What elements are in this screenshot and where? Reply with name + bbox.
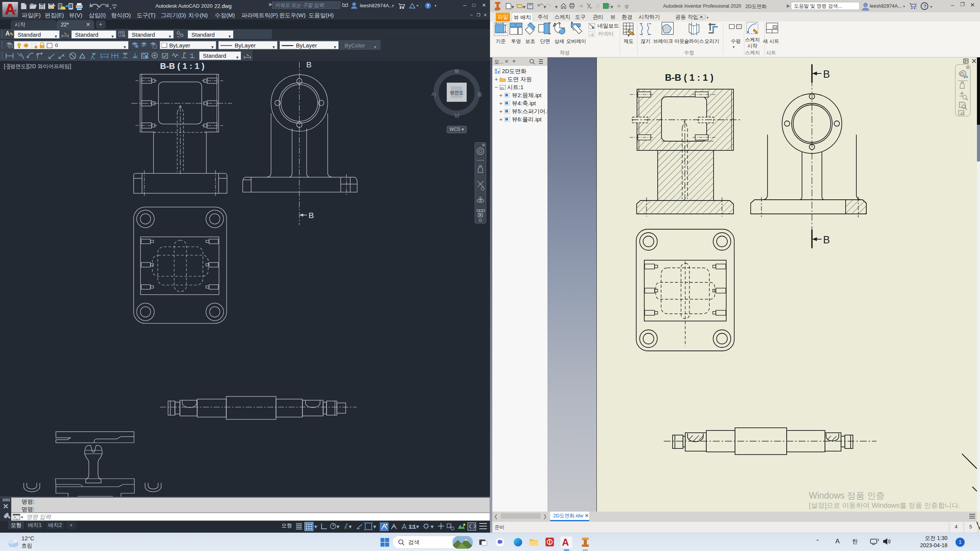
svg-text:작성: 작성: [560, 50, 570, 55]
svg-text:수정: 수정: [684, 50, 694, 55]
svg-text:▾: ▾: [611, 5, 613, 9]
svg-text:오버레이: 오버레이: [566, 38, 586, 44]
svg-text:?: ?: [426, 3, 429, 9]
svg-text:▾: ▾: [416, 3, 418, 8]
svg-text:B-B ( 1 : 1 ): B-B ( 1 : 1 ): [665, 72, 714, 83]
svg-text:▾: ▾: [337, 524, 339, 529]
svg-text:▾: ▾: [431, 524, 433, 529]
svg-text:▾: ▾: [392, 3, 394, 8]
svg-text:▾: ▾: [733, 45, 735, 49]
svg-text:단면: 단면: [540, 38, 550, 44]
svg-text:오리기: 오리기: [704, 38, 719, 44]
svg-text:평면도: 평면도: [450, 90, 464, 95]
svg-text:▾: ▾: [416, 524, 419, 529]
svg-text:기준: 기준: [496, 38, 506, 44]
svg-text:▾: ▾: [349, 524, 351, 529]
svg-text:제도: 제도: [624, 38, 634, 44]
svg-text:?: ?: [923, 3, 926, 9]
svg-text:상세: 상세: [554, 38, 564, 44]
svg-text:새 시트: 새 시트: [763, 38, 779, 44]
svg-text:▾: ▾: [930, 5, 932, 9]
svg-text:끊기: 끊기: [640, 38, 650, 44]
svg-text:스케치: 스케치: [745, 37, 760, 42]
svg-text:▾: ▾: [555, 5, 557, 9]
svg-text:▾: ▾: [21, 515, 23, 519]
svg-text:▾: ▾: [434, 3, 436, 8]
svg-text:1:1: 1:1: [409, 524, 416, 530]
svg-text:시작: 시작: [747, 43, 757, 49]
svg-text:B: B: [309, 211, 314, 220]
svg-text:보조: 보조: [525, 38, 535, 44]
svg-text:B: B: [823, 234, 830, 246]
svg-text:>_: >_: [14, 515, 18, 519]
svg-text:슬라이스: 슬라이스: [684, 38, 704, 44]
svg-text:서: 서: [431, 91, 436, 97]
svg-text:PRO: PRO: [495, 9, 500, 11]
svg-text:시트: 시트: [766, 50, 776, 55]
svg-text:0: 0: [55, 42, 58, 48]
svg-text:투영: 투영: [511, 38, 521, 44]
svg-text:브레이크 아웃: 브레이크 아웃: [653, 38, 684, 44]
svg-text:B-B ( 1 : 1 ): B-B ( 1 : 1 ): [160, 61, 204, 71]
svg-text:leesh82974A...: leesh82974A...: [360, 3, 393, 8]
svg-text:수평: 수평: [731, 38, 741, 44]
svg-text:스케치: 스케치: [745, 50, 760, 55]
svg-text:▾: ▾: [707, 16, 709, 20]
svg-text:1: 1: [145, 55, 147, 58]
svg-text:네일보드: 네일보드: [598, 23, 619, 29]
svg-text:북: 북: [454, 68, 459, 74]
svg-text:남: 남: [454, 112, 459, 118]
svg-text:▾: ▾: [523, 5, 525, 9]
svg-text:B: B: [306, 61, 312, 69]
svg-text:▾: ▾: [315, 524, 317, 529]
svg-text:▾: ▾: [374, 524, 376, 529]
svg-text:동: 동: [477, 91, 482, 97]
svg-text:▾: ▾: [544, 5, 546, 9]
svg-text:▾: ▾: [512, 5, 514, 9]
svg-text:B: B: [823, 68, 830, 80]
svg-text:커넥터: 커넥터: [598, 31, 614, 37]
